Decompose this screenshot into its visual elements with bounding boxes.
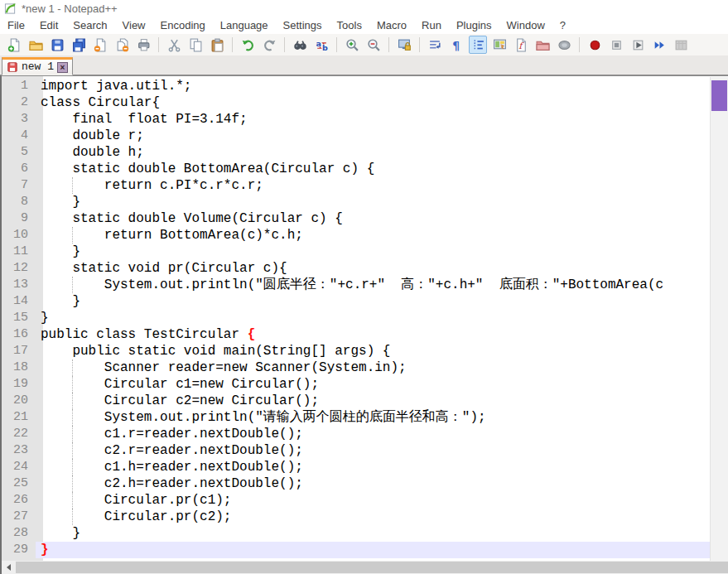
- open-file-icon[interactable]: [27, 36, 45, 54]
- code-text[interactable]: c1.h=reader.nextDouble();: [36, 459, 710, 475]
- horizontal-scrollbar-thumb[interactable]: [16, 562, 728, 573]
- word-wrap-icon[interactable]: [426, 36, 444, 54]
- menu-window[interactable]: Window: [499, 17, 552, 33]
- code-text[interactable]: Scanner reader=new Scanner(System.in);: [36, 359, 710, 376]
- menu-help[interactable]: ?: [552, 17, 573, 33]
- document-map-icon[interactable]: [490, 36, 509, 54]
- copy-icon[interactable]: [186, 36, 205, 54]
- tab-new-1[interactable]: new 1 ×: [2, 57, 73, 75]
- notepadpp-logo-icon[interactable]: [4, 2, 17, 15]
- menu-language[interactable]: Language: [213, 17, 276, 33]
- find-icon[interactable]: [291, 36, 309, 54]
- code-text[interactable]: static double Volume(Circular c) {: [36, 210, 710, 227]
- code-text[interactable]: System.out.println("圆底半径："+c.r+" 高："+c.h…: [36, 277, 710, 293]
- code-text[interactable]: class Circular{: [36, 94, 710, 111]
- code-text[interactable]: public static void main(String[] args) {: [36, 343, 710, 359]
- code-text[interactable]: c2.r=reader.nextDouble();: [36, 442, 710, 459]
- line-number[interactable]: 25: [2, 475, 36, 492]
- close-all-files-icon[interactable]: [113, 36, 131, 54]
- code-text[interactable]: System.out.println("请输入两个圆柱的底面半径和高：");: [36, 409, 710, 426]
- menu-settings[interactable]: Settings: [276, 17, 330, 33]
- code-text[interactable]: return BottomArea(c)*c.h;: [36, 227, 710, 244]
- line-number[interactable]: 9: [2, 210, 36, 227]
- code-text[interactable]: static void pr(Circular c){: [36, 260, 710, 277]
- line-number[interactable]: 5: [2, 144, 36, 161]
- line-number[interactable]: 28: [2, 525, 36, 542]
- code-text[interactable]: public class TestCircular {: [36, 326, 710, 343]
- menu-encoding[interactable]: Encoding: [153, 17, 213, 33]
- cut-icon[interactable]: [165, 36, 183, 54]
- line-number[interactable]: 12: [2, 260, 36, 277]
- new-document-icon[interactable]: [5, 36, 23, 54]
- vertical-scrollbar[interactable]: [710, 77, 728, 561]
- record-macro-icon[interactable]: [586, 36, 604, 54]
- code-text[interactable]: final float PI=3.14f;: [36, 111, 710, 128]
- line-number[interactable]: 21: [2, 409, 36, 426]
- code-text[interactable]: }: [36, 525, 710, 542]
- menu-plugins[interactable]: Plugins: [449, 17, 499, 33]
- close-file-icon[interactable]: [91, 36, 109, 54]
- vertical-scrollbar-thumb[interactable]: [711, 80, 727, 111]
- stop-macro-icon[interactable]: [607, 36, 625, 54]
- line-number[interactable]: 18: [2, 359, 36, 376]
- sync-scrolling-icon[interactable]: [395, 36, 413, 54]
- code-text[interactable]: }: [36, 194, 710, 210]
- undo-icon[interactable]: [239, 36, 257, 54]
- code-text[interactable]: }: [36, 542, 710, 558]
- code-text[interactable]: }: [36, 310, 710, 326]
- line-number[interactable]: 22: [2, 426, 36, 442]
- zoom-in-icon[interactable]: [343, 36, 361, 54]
- horizontal-scrollbar[interactable]: [0, 561, 728, 574]
- code-text[interactable]: static double BottomArea(Circular c) {: [36, 161, 710, 177]
- code-text[interactable]: }: [36, 293, 710, 310]
- show-all-characters-icon[interactable]: [447, 36, 465, 54]
- line-number[interactable]: 27: [2, 509, 36, 525]
- code-text[interactable]: Circular.pr(c1);: [36, 492, 710, 509]
- zoom-out-icon[interactable]: [364, 36, 383, 54]
- line-number[interactable]: 10: [2, 227, 36, 244]
- line-number[interactable]: 29: [2, 542, 36, 558]
- line-number[interactable]: 4: [2, 128, 36, 144]
- line-number[interactable]: 6: [2, 161, 36, 177]
- line-number[interactable]: 11: [2, 244, 36, 260]
- line-number[interactable]: 17: [2, 343, 36, 359]
- line-number[interactable]: 14: [2, 293, 36, 310]
- paste-icon[interactable]: [208, 36, 226, 54]
- line-number[interactable]: 24: [2, 459, 36, 475]
- scroll-left-arrow-icon[interactable]: [2, 561, 16, 574]
- menu-edit[interactable]: Edit: [32, 17, 65, 33]
- redo-icon[interactable]: [260, 36, 278, 54]
- menu-view[interactable]: View: [115, 17, 153, 33]
- line-number[interactable]: 16: [2, 326, 36, 343]
- code-text[interactable]: Circular.pr(c2);: [36, 509, 710, 525]
- line-number[interactable]: 20: [2, 393, 36, 409]
- print-icon[interactable]: [134, 36, 152, 54]
- line-number[interactable]: 8: [2, 194, 36, 210]
- menu-tools[interactable]: Tools: [330, 17, 369, 33]
- line-number[interactable]: 7: [2, 177, 36, 194]
- function-list-icon[interactable]: [512, 36, 530, 54]
- code-lines[interactable]: 1import java.util.*;2class Circular{3 fi…: [2, 78, 710, 561]
- code-text[interactable]: c2.h=reader.nextDouble();: [36, 475, 710, 492]
- menu-file[interactable]: File: [0, 17, 32, 33]
- code-text[interactable]: double r;: [36, 128, 710, 144]
- code-text[interactable]: Circular c1=new Circular();: [36, 376, 710, 393]
- code-text[interactable]: double h;: [36, 144, 710, 161]
- monitoring-icon[interactable]: [555, 36, 573, 54]
- save-icon[interactable]: [48, 36, 66, 54]
- save-all-icon[interactable]: [70, 36, 88, 54]
- line-number[interactable]: 2: [2, 94, 36, 111]
- line-number[interactable]: 23: [2, 442, 36, 459]
- menu-search[interactable]: Search: [65, 17, 114, 33]
- menu-macro[interactable]: Macro: [369, 17, 414, 33]
- line-number[interactable]: 19: [2, 376, 36, 393]
- code-text[interactable]: Circular c2=new Circular();: [36, 393, 710, 409]
- line-number[interactable]: 13: [2, 277, 36, 293]
- tab-close-icon[interactable]: ×: [57, 62, 68, 73]
- run-macro-multiple-icon[interactable]: [650, 36, 668, 54]
- code-text[interactable]: return c.PI*c.r*c.r;: [36, 177, 710, 194]
- line-number[interactable]: 15: [2, 310, 36, 326]
- menu-run[interactable]: Run: [414, 17, 449, 33]
- playback-macro-icon[interactable]: [629, 36, 647, 54]
- code-text[interactable]: }: [36, 244, 710, 260]
